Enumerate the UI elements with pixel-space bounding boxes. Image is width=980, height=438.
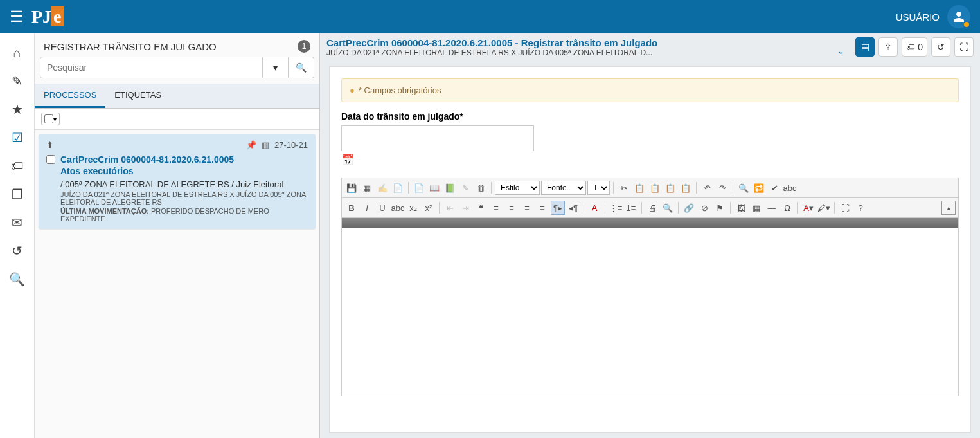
ed-link-icon[interactable]: 🔗 [682,201,696,215]
ed-replace-icon[interactable]: 🔁 [752,181,766,195]
editor-toolbar-row2: B I U abc x₂ x² ⇤ ⇥ ❝ ≡ ≡ ≡ ≡ ¶▸ ◂¶ [342,198,958,218]
warning-icon: ● [350,86,355,95]
ed-paste-icon[interactable]: 📋 [648,181,662,195]
search-input[interactable] [40,57,263,78]
ed-highlight-icon[interactable]: 🖍▾ [817,201,831,215]
ed-hr-icon[interactable]: — [765,201,779,215]
card-parties: JUÍZO DA 021ª ZONA ELEITORAL DE ESTRELA … [60,190,308,206]
nav-tags-icon[interactable]: 🏷 [0,152,34,180]
ed-trash-icon[interactable]: 🗑 [474,181,488,195]
ed-copy-icon[interactable]: 📄 [391,181,405,195]
ed-undo-icon[interactable]: ↶ [700,181,714,195]
process-card[interactable]: ⬆ 📌 ▥ 27-10-21 CartPrecCrim 0600004-81.2… [39,134,316,229]
ed-bold-icon[interactable]: B [344,201,359,215]
card-last-movement: ÚLTIMA MOVIMENTAÇÃO: PROFERIDO DESPACHO … [60,207,308,223]
nav-copy-icon[interactable]: ❐ [0,180,34,208]
card-checkbox[interactable] [46,155,55,164]
ed-table-icon[interactable]: ▦ [360,181,374,195]
ed-underline-icon[interactable]: U [375,201,389,215]
content-area: CartPrecCrim 0600004-81.2020.6.21.0005 -… [320,33,980,438]
nav-mail-icon[interactable]: ✉ [0,208,34,237]
ed-image-icon[interactable]: 🖼 [734,201,748,215]
ed-strike-icon[interactable]: abc [391,201,405,215]
ed-subscript-icon[interactable]: x₂ [406,201,420,215]
nav-edit-icon[interactable]: ✎ [0,67,34,95]
card-title[interactable]: CartPrecCrim 0600004-81.2020.6.21.0005 A… [60,154,308,177]
calendar-icon[interactable]: 📅 [341,154,354,166]
ed-newdoc-icon[interactable]: 📄 [412,181,426,195]
ed-unlink-icon[interactable]: ⊘ [697,201,711,215]
search-dropdown-button[interactable]: ▾ [263,57,289,78]
ed-rtl-icon[interactable]: ◂¶ [566,201,580,215]
ed-quote-icon[interactable]: ❝ [474,201,488,215]
autos-button[interactable]: ▤ [855,37,875,57]
ed-print-icon[interactable]: 🖨 [645,201,659,215]
history-button[interactable]: ↺ [931,37,950,57]
content-title[interactable]: CartPrecCrim 0600004-81.2020.6.21.0005 -… [326,37,826,48]
ed-italic-icon[interactable]: I [360,201,374,215]
ed-anchor-icon[interactable]: ⚑ [713,201,727,215]
chevron-down-icon[interactable]: ⌄ [832,37,849,56]
ed-collapse-icon[interactable]: ▴ [941,201,956,215]
ed-ltr-icon[interactable]: ¶▸ [551,201,565,215]
nav-star-icon[interactable]: ★ [0,95,34,123]
tags-button[interactable]: 🏷 0 [902,37,927,57]
ed-align-left-icon[interactable]: ≡ [489,201,503,215]
ed-book-icon[interactable]: 📖 [427,181,441,195]
ed-preview-icon[interactable]: 🔍 [661,201,675,215]
ed-abc-icon[interactable]: abc [783,181,797,195]
ed-sign-icon[interactable]: ✍ [375,181,389,195]
ed-inserttable-icon[interactable]: ▦ [749,201,763,215]
hamburger-icon[interactable]: ☰ [10,8,24,26]
nav-home-icon[interactable]: ⌂ [0,39,34,67]
editor-toolbar-row1: 💾 ▦ ✍ 📄 📄 📖 📗 ✎ 🗑 Estilo Fonte T... ✂ [342,178,958,198]
ed-pastetext-icon[interactable]: 📋 [663,181,677,195]
ed-redo-icon[interactable]: ↷ [715,181,729,195]
export-button[interactable]: ⇪ [878,37,898,57]
ed-justify-icon[interactable]: ≡ [535,201,549,215]
fullscreen-button[interactable]: ⛶ [954,37,974,57]
editor-content-area[interactable] [342,228,958,396]
ed-align-center-icon[interactable]: ≡ [504,201,519,215]
nav-history-icon[interactable]: ↺ [0,237,34,265]
nav-search-icon[interactable]: 🔍 [0,265,34,293]
search-button[interactable]: 🔍 [289,57,314,78]
date-field-label: Data do trânsito em julgado* [341,111,959,122]
ed-cut-icon[interactable]: ✂ [617,181,631,195]
ed-font-select[interactable]: Fonte [541,181,586,195]
ed-omega-icon[interactable]: Ω [780,201,794,215]
pin-icon[interactable]: 📌 [246,140,256,150]
user-avatar[interactable] [947,5,970,28]
rich-text-editor: 💾 ▦ ✍ 📄 📄 📖 📗 ✎ 🗑 Estilo Fonte T... ✂ [341,178,959,396]
document-icon[interactable]: ▥ [262,140,269,150]
process-count-badge: 1 [298,40,310,53]
nav-check-icon[interactable]: ☑ [0,123,34,152]
upload-icon[interactable]: ⬆ [46,140,53,150]
transit-date-input[interactable] [341,125,534,151]
ed-help-icon[interactable]: ? [853,201,868,215]
ed-save-icon[interactable]: 💾 [344,181,359,195]
ed-bookcheck-icon[interactable]: 📗 [443,181,457,195]
user-label: USUÁRIO [896,12,940,23]
ed-ul-icon[interactable]: ⋮≡ [609,201,623,215]
select-all-checkbox[interactable] [44,114,53,123]
ed-pen-icon[interactable]: ✎ [458,181,472,195]
ed-align-right-icon[interactable]: ≡ [520,201,534,215]
ed-ol-icon[interactable]: 1≡ [624,201,638,215]
ed-textcolor-icon[interactable]: A [587,201,601,215]
ed-style-select[interactable]: Estilo [495,181,540,195]
ed-outdent-icon[interactable]: ⇤ [443,201,457,215]
ed-superscript-icon[interactable]: x² [422,201,436,215]
ed-fontcolor-icon[interactable]: A▾ [801,201,815,215]
ed-find-icon[interactable]: 🔍 [736,181,751,195]
ed-size-select[interactable]: T... [587,181,610,195]
card-subtitle: / 005ª ZONA ELEITORAL DE ALEGRETE RS / J… [60,179,308,189]
ed-spellcheck-icon[interactable]: ✔ [767,181,781,195]
ed-maximize-icon[interactable]: ⛶ [838,201,852,215]
ed-pasteword-icon[interactable]: 📋 [679,181,693,195]
tab-processos[interactable]: PROCESSOS [35,84,105,108]
ed-indent-icon[interactable]: ⇥ [458,201,472,215]
tab-etiquetas[interactable]: ETIQUETAS [105,84,170,108]
ed-copy2-icon[interactable]: 📋 [632,181,646,195]
select-all-dropdown[interactable]: ▾ [41,113,60,125]
